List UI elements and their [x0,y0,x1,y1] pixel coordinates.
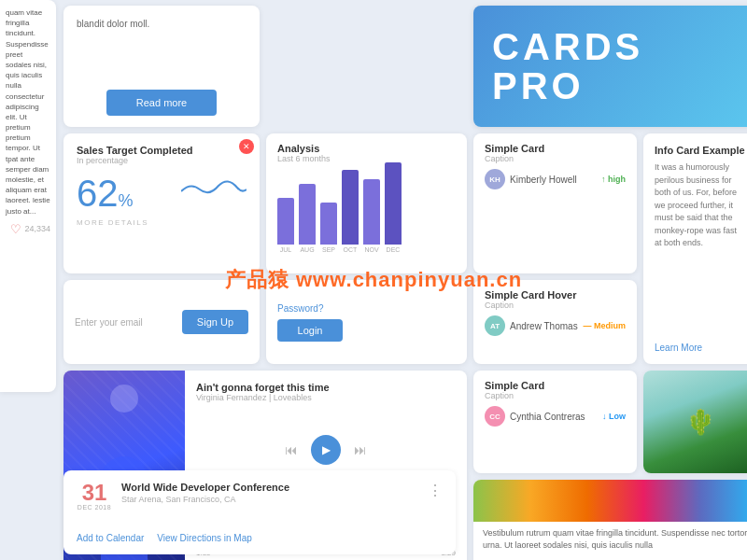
lorem-image-card: Vestibulum rutrum quam vitae fringilla t… [473,480,747,560]
banner-card: CARDS PRO [473,6,747,127]
analysis-title: Analysis [277,143,456,154]
add-calendar-link[interactable]: Add to Calendar [77,533,144,543]
simple-card-3-caption: Caption [485,391,626,400]
sign-up-button[interactable]: Sign Up [182,310,248,334]
simple-card-2: Simple Card Hover Caption AT Andrew Thom… [473,280,637,364]
avatar-1: KH [485,169,505,189]
event-title: World Wide Developer Conference [121,482,289,493]
readmore-card: blandit dolor moll. Read more [63,6,260,127]
info-card-body: It was a humorously perilous business fo… [655,161,746,337]
analysis-card: Analysis Last 6 months JUL AUG SEP OCT [266,133,467,273]
avatar-3: CC [485,406,505,427]
bar-sep: SEP [320,203,337,253]
simple-card-1-caption: Caption [485,154,626,163]
event-card: 31 DEC 2018 World Wide Developer Confere… [63,470,456,554]
event-dots-button[interactable]: ⋮ [428,482,443,499]
badge-high: ↑ high [601,175,626,184]
badge-medium: — Medium [583,321,626,330]
avatar-2: AT [485,315,505,336]
analysis-subtitle: Last 6 months [277,154,456,163]
password-card: Password? Login [266,280,467,364]
wave-icon [181,173,247,201]
plant-image: 🌵 [643,371,747,473]
password-link[interactable]: Password? [277,303,456,314]
simple-card-1-title: Simple Card [485,143,626,154]
info-card-title: Info Card Example [655,145,746,156]
avatar-3-name: Cynthia Contreras [510,412,585,422]
music-artist: Virginia Fernandez | Loveables [196,393,456,402]
simple-card-3-title: Simple Card [485,380,626,391]
avatar-1-name: Kimberly Howell [510,175,577,185]
info-card: Info Card Example It was a humorously pe… [643,133,747,364]
bar-oct: OCT [342,170,359,253]
bar-aug: AUG [299,184,316,253]
article-card-left: quam vitae fringilla tincidunt. Suspendi… [0,0,56,392]
bar-dec: DEC [385,162,402,253]
banner-title: CARDS PRO [492,27,643,105]
stats-value: 62 [77,173,119,214]
event-month: DEC 2018 [77,504,112,511]
bar-chart: JUL AUG SEP OCT NOV [277,169,456,253]
next-button[interactable]: ⏭ [354,442,367,457]
play-button[interactable]: ▶ [311,435,341,465]
stats-card: ✕ Sales Target Completed In percentage 6… [63,133,260,273]
plant-image-card: 🌵 [643,371,747,473]
prev-button[interactable]: ⏮ [285,442,298,457]
stats-title: Sales Target Completed [77,145,247,156]
simple-card-3: Simple Card Caption CC Cynthia Contreras… [473,371,637,473]
event-day: 31 [77,482,112,504]
bar-nov: NOV [363,179,380,253]
info-card-link[interactable]: Learn More [655,343,746,353]
event-location: Star Arena, San Francisco, CA [121,495,289,504]
stats-subtitle: In percentage [77,156,247,165]
more-details[interactable]: MORE DETAILS [77,218,247,227]
simple-card-1: Simple Card Caption KH Kimberly Howell ↑… [473,133,637,273]
lorem-text: Vestibulum rutrum quam vitae fringilla t… [473,522,747,556]
email-placeholder: Enter your email [75,317,175,328]
close-button[interactable]: ✕ [239,139,254,154]
simple-card-2-title: Simple Card Hover [485,289,626,301]
read-more-button[interactable]: Read more [106,90,217,116]
stats-symbol: % [119,191,134,210]
heart-icon: ♡ [10,222,21,236]
simple-card-2-caption: Caption [485,301,626,310]
view-directions-link[interactable]: View Directions in Map [157,533,252,543]
music-title: Ain't gonna forget this time [196,382,456,393]
badge-low: ↓ Low [602,412,626,421]
avatar-2-name: Andrew Thomas [510,321,578,331]
bar-jul: JUL [277,198,294,253]
email-card: Enter your email Sign Up [63,280,260,364]
article-text: quam vitae fringilla tincidunt. Suspendi… [6,7,50,217]
lorem-image-band [473,480,747,522]
readmore-text: blandit dolor moll. [77,17,149,31]
music-controls: ⏮ ▶ ⏭ [196,435,456,465]
likes-count: 24,334 [24,224,50,233]
login-button[interactable]: Login [277,319,343,342]
